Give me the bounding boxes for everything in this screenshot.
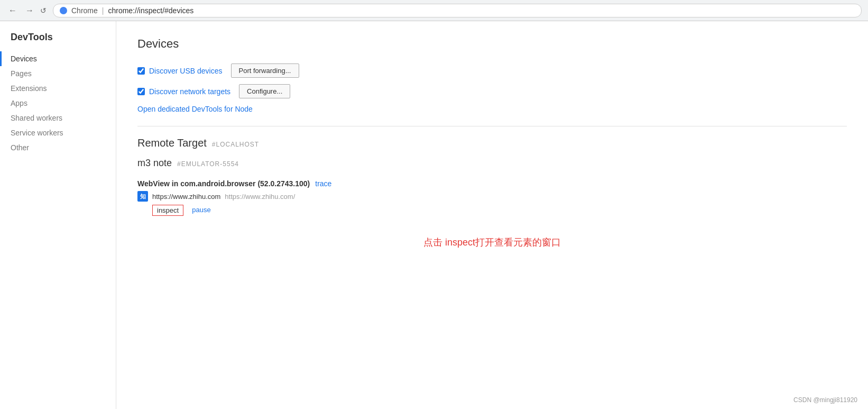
target-item: WebView in com.android.browser (52.0.274…	[137, 175, 847, 220]
discover-usb-label[interactable]: Discover USB devices	[137, 67, 223, 75]
sidebar-item-pages[interactable]: Pages	[0, 66, 116, 81]
target-name-text: WebView in com.android.browser (52.0.274…	[137, 179, 310, 188]
remote-target-title: Remote Target	[137, 137, 207, 149]
sidebar-item-devices[interactable]: Devices	[0, 51, 116, 66]
port-forwarding-button[interactable]: Port forwarding...	[231, 63, 299, 78]
url-primary: https://www.zhihu.com	[152, 193, 220, 201]
forward-button[interactable]: →	[23, 5, 36, 16]
nav-buttons: ← → ↺	[6, 5, 47, 16]
discover-network-label[interactable]: Discover network targets	[137, 87, 230, 96]
annotation-text: 点击 inspect打开查看元素的窗口	[137, 236, 847, 249]
address-separator: |	[102, 6, 104, 15]
chrome-label: Chrome	[71, 6, 98, 15]
main-container: DevTools Devices Pages Extensions Apps S…	[0, 21, 868, 409]
section-divider	[137, 126, 847, 126]
sidebar-nav: Devices Pages Extensions Apps Shared wor…	[0, 51, 116, 155]
reload-button[interactable]: ↺	[40, 6, 47, 15]
sidebar-item-extensions[interactable]: Extensions	[0, 81, 116, 96]
watermark: CSDN @mingji811920	[793, 396, 857, 404]
configure-button[interactable]: Configure...	[239, 84, 290, 98]
device-name: m3 note #EMULATOR-5554	[137, 158, 847, 169]
target-name-row: WebView in com.android.browser (52.0.274…	[137, 179, 847, 188]
sidebar: DevTools Devices Pages Extensions Apps S…	[0, 21, 116, 409]
address-url: chrome://inspect/#devices	[108, 6, 193, 15]
target-actions: inspect pause	[152, 205, 847, 216]
usb-devices-row: Discover USB devices Port forwarding...	[137, 63, 847, 78]
target-url-row: 知 https://www.zhihu.com https://www.zhih…	[137, 191, 847, 202]
sidebar-item-service-workers[interactable]: Service workers	[0, 125, 116, 140]
sidebar-title: DevTools	[0, 32, 116, 51]
remote-target-section: Remote Target #LOCALHOST	[137, 137, 847, 149]
inspect-button[interactable]: inspect	[152, 205, 183, 216]
device-tag: #EMULATOR-5554	[177, 160, 239, 168]
favicon: 知	[137, 191, 148, 202]
device-name-text: m3 note	[137, 158, 172, 169]
url-secondary: https://www.zhihu.com/	[225, 193, 295, 201]
browser-chrome: ← → ↺ Chrome | chrome://inspect/#devices	[0, 0, 868, 21]
options-section: Discover USB devices Port forwarding... …	[137, 63, 847, 113]
network-targets-row: Discover network targets Configure...	[137, 84, 847, 98]
pause-button[interactable]: pause	[190, 205, 213, 216]
site-icon	[60, 7, 67, 14]
address-bar[interactable]: Chrome | chrome://inspect/#devices	[53, 4, 862, 17]
sidebar-item-apps[interactable]: Apps	[0, 96, 116, 111]
content-area: Devices Discover USB devices Port forwar…	[116, 21, 868, 409]
page-title: Devices	[137, 37, 847, 51]
sidebar-item-shared-workers[interactable]: Shared workers	[0, 111, 116, 125]
sidebar-item-other[interactable]: Other	[0, 140, 116, 155]
devtools-node-link[interactable]: Open dedicated DevTools for Node	[137, 105, 253, 113]
discover-network-checkbox[interactable]	[137, 88, 145, 95]
trace-link[interactable]: trace	[315, 179, 331, 188]
discover-usb-checkbox[interactable]	[137, 67, 145, 75]
back-button[interactable]: ←	[6, 5, 19, 16]
remote-target-tag: #LOCALHOST	[212, 141, 259, 148]
